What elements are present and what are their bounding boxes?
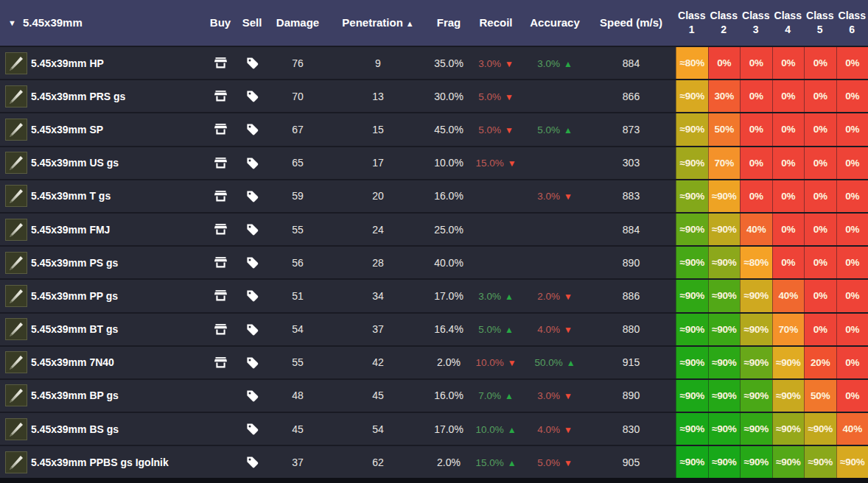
sell-tag-icon[interactable]: [236, 122, 268, 136]
class-3-effectiveness: 0%: [740, 47, 772, 79]
accuracy-value: [523, 257, 587, 269]
class-1-effectiveness: ≈90%: [676, 380, 708, 412]
buy-storefront-icon[interactable]: [205, 322, 236, 337]
table-row[interactable]: 5.45x39mm HP 76 9 35.0% 3.0%▼ 3.0%▲ 884 …: [0, 46, 868, 79]
buy-storefront-icon[interactable]: [205, 222, 236, 237]
col-header-penetration[interactable]: Penetration▲: [327, 16, 429, 29]
frag-value: 2.0%: [429, 456, 469, 468]
ammo-icon: [0, 285, 28, 307]
col-header-sell[interactable]: Sell: [236, 16, 268, 29]
sell-tag-icon[interactable]: [236, 89, 268, 103]
ammo-icon: [0, 351, 28, 373]
class-5-effectiveness: 0%: [804, 280, 836, 311]
class-5-effectiveness: 0%: [804, 47, 836, 79]
class-4-effectiveness: ≈90%: [772, 347, 805, 378]
col-header-recoil[interactable]: Recoil: [469, 16, 523, 29]
class-6-effectiveness: 0%: [836, 247, 868, 278]
accuracy-value: [523, 91, 587, 102]
col-header-accuracy[interactable]: Accuracy: [523, 16, 587, 29]
damage-value: 51: [268, 290, 327, 302]
class-6-effectiveness: 0%: [836, 214, 868, 245]
section-header-caliber[interactable]: ▼ 5.45x39mm: [0, 16, 205, 29]
accuracy-value: 4.0%▼: [523, 423, 587, 435]
class-1-effectiveness: ≈90%: [676, 413, 708, 445]
sell-tag-icon[interactable]: [236, 156, 268, 170]
sell-tag-icon[interactable]: [236, 356, 268, 370]
col-header-frag[interactable]: Frag: [429, 16, 469, 29]
table-row[interactable]: 5.45x39mm PPBS gs Igolnik 37 62 2.0% 15.…: [0, 445, 868, 478]
table-row[interactable]: 5.45x39mm PRS gs 70 13 30.0% 5.0%▼ 866 ≈…: [0, 79, 868, 112]
col-header-class-2[interactable]: Class2: [708, 9, 741, 37]
class-1-effectiveness: ≈90%: [676, 180, 708, 212]
class-5-effectiveness: 0%: [804, 180, 836, 212]
table-row[interactable]: 5.45x39mm T gs 59 20 16.0% 3.0%▼ 883 ≈90…: [0, 179, 868, 212]
trend-arrow-icon: ▲: [564, 59, 573, 69]
buy-storefront-icon[interactable]: [205, 121, 236, 137]
ammo-name: 5.45x39mm PP gs: [28, 290, 205, 302]
table-header: ▼ 5.45x39mm Buy Sell Damage Penetration▲…: [0, 0, 868, 46]
table-row[interactable]: 5.45x39mm 7N40 55 42 2.0% 10.0%▼ 50.0%▲ …: [0, 345, 868, 378]
class-2-effectiveness: ≈90%: [708, 347, 741, 378]
accuracy-value: 3.0%▼: [523, 190, 587, 202]
trend-arrow-icon: ▼: [564, 391, 573, 401]
buy-storefront-icon[interactable]: [205, 88, 236, 104]
damage-value: 70: [268, 91, 327, 102]
table-row[interactable]: 5.45x39mm PS gs 56 28 40.0% 890 ≈90% ≈90…: [0, 245, 868, 278]
recoil-value: 10.0%▼: [469, 356, 523, 368]
ammo-name: 5.45x39mm PPBS gs Igolnik: [28, 456, 205, 468]
sell-tag-icon[interactable]: [236, 422, 268, 436]
buy-storefront-icon[interactable]: [205, 288, 236, 303]
col-header-damage[interactable]: Damage: [268, 16, 327, 29]
class-2-effectiveness: 0%: [708, 47, 741, 79]
accuracy-value: 3.0%▲: [523, 57, 587, 69]
table-row[interactable]: 5.45x39mm BT gs 54 37 16.4% 5.0%▲ 4.0%▼ …: [0, 312, 868, 345]
table-body: 5.45x39mm HP 76 9 35.0% 3.0%▼ 3.0%▲ 884 …: [0, 46, 868, 481]
buy-storefront-icon[interactable]: [205, 255, 236, 270]
col-header-class-1[interactable]: Class1: [676, 9, 708, 37]
table-row[interactable]: 5.45x39mm FMJ 55 24 25.0% 884 ≈90% ≈90% …: [0, 212, 868, 245]
buy-storefront-icon[interactable]: [205, 55, 236, 71]
buy-storefront-icon[interactable]: [205, 188, 236, 204]
buy-storefront-icon[interactable]: [205, 155, 236, 171]
recoil-value: 10.0%▲: [469, 423, 523, 435]
buy-storefront-icon[interactable]: [205, 355, 236, 370]
class-2-effectiveness: ≈90%: [708, 380, 741, 412]
recoil-value: 15.0%▼: [469, 157, 523, 169]
table-row[interactable]: 5.45x39mm BS gs 45 54 17.0% 10.0%▲ 4.0%▼…: [0, 412, 868, 445]
class-6-effectiveness: 0%: [836, 347, 868, 378]
trend-arrow-icon: ▲: [567, 358, 575, 368]
recoil-value: 5.0%▼: [469, 91, 523, 102]
sell-tag-icon[interactable]: [236, 255, 268, 269]
sell-tag-icon[interactable]: [236, 322, 268, 336]
sell-tag-icon[interactable]: [236, 56, 268, 70]
col-header-class-5[interactable]: Class5: [804, 9, 836, 37]
class-4-effectiveness: ≈90%: [772, 380, 805, 412]
sell-tag-icon[interactable]: [236, 455, 268, 469]
table-row[interactable]: 5.45x39mm US gs 65 17 10.0% 15.0%▼ 303 ≈…: [0, 146, 868, 179]
accuracy-value: 5.0%▲: [523, 124, 587, 135]
frag-value: 35.0%: [429, 57, 469, 69]
recoil-value: 7.0%▲: [469, 389, 523, 401]
col-header-class-6[interactable]: Class6: [836, 9, 868, 37]
trend-arrow-icon: ▼: [564, 458, 573, 468]
sell-tag-icon[interactable]: [236, 289, 268, 303]
frag-value: 25.0%: [429, 224, 469, 236]
recoil-value: 5.0%▲: [469, 323, 523, 335]
class-4-effectiveness: 0%: [772, 247, 805, 278]
table-row[interactable]: 5.45x39mm SP 67 15 45.0% 5.0%▼ 5.0%▲ 873…: [0, 112, 868, 145]
table-row[interactable]: 5.45x39mm PP gs 51 34 17.0% 3.0%▲ 2.0%▼ …: [0, 278, 868, 311]
col-header-buy[interactable]: Buy: [205, 16, 236, 29]
col-header-class-4[interactable]: Class4: [772, 9, 805, 37]
col-header-speed[interactable]: Speed (m/s): [587, 16, 676, 29]
accuracy-value: [523, 224, 587, 236]
col-header-class-3[interactable]: Class3: [740, 9, 772, 37]
penetration-value: 15: [327, 124, 429, 135]
sell-tag-icon[interactable]: [236, 389, 268, 403]
ammo-icon: [0, 252, 28, 274]
sell-tag-icon[interactable]: [236, 189, 268, 203]
penetration-value: 42: [327, 356, 429, 368]
sell-tag-icon[interactable]: [236, 222, 268, 236]
class-5-effectiveness: 0%: [804, 147, 836, 179]
table-row[interactable]: 5.45x39mm BP gs 48 45 16.0% 7.0%▲ 3.0%▼ …: [0, 378, 868, 412]
speed-value: 890: [587, 389, 676, 401]
